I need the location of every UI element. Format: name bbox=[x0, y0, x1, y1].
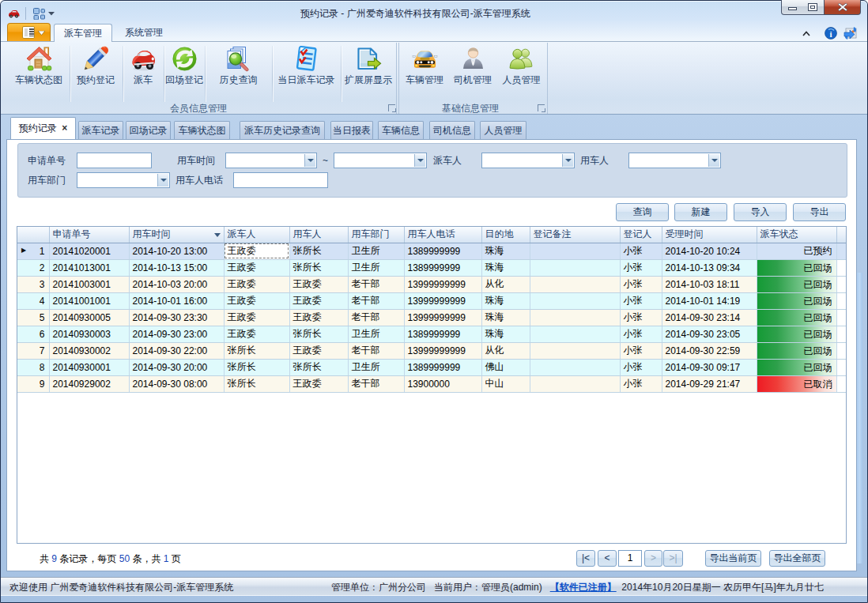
svg-text:i: i bbox=[829, 29, 832, 39]
